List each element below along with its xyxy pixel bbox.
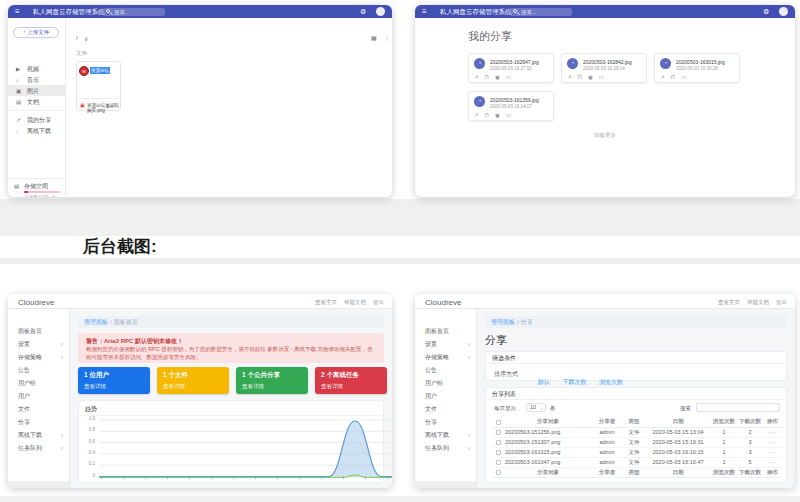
table-search-input[interactable] bbox=[696, 403, 780, 412]
sidebar-item-dashboard[interactable]: 面板首页 bbox=[415, 325, 477, 338]
cell-name[interactable]: 20200503-151307.png bbox=[505, 437, 591, 447]
sort-option-default[interactable]: 默认 bbox=[538, 379, 550, 385]
col-header-type[interactable]: 类型 bbox=[623, 417, 645, 427]
page-size-select[interactable]: 10 ∨ bbox=[526, 403, 546, 412]
gear-icon[interactable]: ⚙ bbox=[360, 8, 366, 16]
delete-icon[interactable]: ▭ bbox=[681, 74, 686, 80]
col-header-downloads[interactable]: 下载次数 bbox=[737, 417, 763, 427]
gear-icon[interactable]: ⚙ bbox=[763, 8, 769, 16]
row-checkbox[interactable] bbox=[496, 440, 501, 445]
hamburger-icon[interactable]: ≡ bbox=[15, 7, 20, 16]
more-options-icon[interactable]: ⋮ bbox=[384, 34, 390, 41]
lock-icon[interactable]: ⊓ bbox=[578, 74, 582, 80]
sidebar-item-announcement[interactable]: 公告 bbox=[8, 364, 70, 377]
row-checkbox[interactable] bbox=[496, 450, 501, 455]
cell-name[interactable]: 20200503-151256.png bbox=[505, 427, 591, 437]
sidebar-item-music[interactable]: ♪ 音乐 bbox=[8, 74, 66, 85]
row-actions-icon[interactable]: ··· bbox=[763, 427, 782, 437]
share-card[interactable]: ◔ 20200503-162647.jpg 2020-05-03 16:27:5… bbox=[468, 53, 554, 83]
sidebar-item-files[interactable]: 文件 bbox=[415, 403, 477, 416]
sidebar-item-storage-policy[interactable]: 存储策略∨ bbox=[415, 351, 477, 364]
stat-card-action[interactable]: 查看详情 bbox=[242, 383, 264, 390]
stat-card-users[interactable]: 1 位用户 查看详情 bbox=[78, 367, 150, 394]
sidebar-item-announcement[interactable]: 公告 bbox=[415, 364, 477, 377]
open-share-icon[interactable]: ↗ bbox=[567, 74, 572, 80]
delete-icon[interactable]: ▭ bbox=[506, 74, 511, 80]
upload-button[interactable]: ↑ 上传文件 bbox=[13, 27, 59, 38]
row-actions-icon[interactable]: ··· bbox=[763, 437, 782, 447]
stat-card-action[interactable]: 查看详情 bbox=[321, 383, 343, 390]
delete-icon[interactable]: ▭ bbox=[506, 112, 511, 118]
share-card[interactable]: ◔ 20200503-161359.jpg 2020-05-03 16:14:0… bbox=[468, 91, 554, 121]
lock-icon[interactable]: ⊓ bbox=[485, 74, 489, 80]
hamburger-icon[interactable]: ≡ bbox=[422, 7, 427, 16]
search-input[interactable]: 搜索... bbox=[510, 8, 572, 16]
search-input[interactable]: 搜索... bbox=[103, 8, 165, 16]
share-card[interactable]: ◔ 20200503-163015.jpg 2020-05-03 16:30:2… bbox=[654, 53, 740, 83]
views-icon[interactable]: ◉ bbox=[588, 74, 593, 80]
sidebar-item-storage-policy[interactable]: 存储策略∨ bbox=[8, 351, 70, 364]
breadcrumb-root[interactable]: / bbox=[76, 35, 78, 41]
delete-icon[interactable]: ▭ bbox=[599, 74, 604, 80]
link-logout[interactable]: 登出 bbox=[776, 299, 787, 306]
sidebar-item-user-groups[interactable]: 用户组 bbox=[8, 377, 70, 390]
row-checkbox[interactable] bbox=[496, 430, 501, 435]
load-more-button[interactable]: 加载更多 bbox=[415, 132, 795, 139]
sidebar-item-users[interactable]: 用户 bbox=[415, 390, 477, 403]
col-header-sharer[interactable]: 分享者 bbox=[591, 417, 623, 427]
col-header-name[interactable]: 分享对象 bbox=[505, 417, 591, 427]
sidebar-item-files[interactable]: 文件 bbox=[8, 403, 70, 416]
stat-card-offline-tasks[interactable]: 2 个离线任务 查看详情 bbox=[315, 367, 387, 394]
cell-name[interactable]: 20200503-161015.png bbox=[505, 447, 591, 457]
brand-logo[interactable]: Cloudreve bbox=[18, 298, 54, 307]
chevron-down-icon[interactable]: ∨ bbox=[84, 35, 88, 42]
stat-card-files[interactable]: 1 个文件 查看详情 bbox=[157, 367, 229, 394]
lock-icon[interactable]: ⊓ bbox=[485, 112, 489, 118]
sidebar-item-task-queue[interactable]: 任务队列∨ bbox=[8, 442, 70, 455]
sidebar-item-image[interactable]: ▣ 图片 bbox=[8, 85, 66, 96]
open-share-icon[interactable]: ↗ bbox=[474, 112, 479, 118]
sidebar-item-dashboard[interactable]: 面板首页 bbox=[8, 325, 70, 338]
views-icon[interactable]: ◉ bbox=[495, 74, 500, 80]
sidebar-item-shares[interactable]: 分享 bbox=[8, 416, 70, 429]
link-view-home[interactable]: 查看主页 bbox=[718, 299, 740, 306]
row-actions-icon[interactable]: ··· bbox=[763, 457, 782, 467]
brand-logo[interactable]: Cloudreve bbox=[425, 298, 461, 307]
avatar[interactable] bbox=[376, 7, 385, 16]
sidebar-item-users[interactable]: 用户 bbox=[8, 390, 70, 403]
stat-card-action[interactable]: 查看详情 bbox=[163, 383, 185, 390]
select-all-checkbox[interactable] bbox=[496, 420, 501, 425]
link-logout[interactable]: 登出 bbox=[373, 299, 384, 306]
sort-option-downloads[interactable]: 下载次数 bbox=[562, 379, 586, 385]
sidebar-item-task-queue[interactable]: 任务队列∨ bbox=[415, 442, 477, 455]
row-checkbox[interactable] bbox=[496, 460, 501, 465]
stat-card-shares[interactable]: 1 个公共分享 查看详情 bbox=[236, 367, 308, 394]
row-actions-icon[interactable]: ··· bbox=[763, 447, 782, 457]
sidebar-item-settings[interactable]: 设置∨ bbox=[8, 338, 70, 351]
cell-name[interactable]: 20200503-161047.png bbox=[505, 457, 591, 467]
sort-option-views[interactable]: 浏览次数 bbox=[599, 379, 623, 385]
views-icon[interactable]: ◉ bbox=[495, 112, 500, 118]
grid-view-icon[interactable]: ▦ bbox=[371, 34, 377, 41]
sidebar-item-video[interactable]: ▶ 视频 bbox=[8, 63, 66, 74]
file-card[interactable]: M 资源论坛 ▣ 资源论坛邀请码购买.png bbox=[76, 61, 121, 111]
link-help-docs[interactable]: 帮助文档 bbox=[747, 299, 769, 306]
select-all-checkbox[interactable] bbox=[496, 470, 501, 475]
sidebar-item-offline-download[interactable]: 离线下载∨ bbox=[415, 429, 477, 442]
share-card[interactable]: ◔ 20200503-162842.jpg 2020-05-03 16:29:1… bbox=[561, 53, 647, 83]
link-view-home[interactable]: 查看主页 bbox=[315, 299, 337, 306]
open-share-icon[interactable]: ↗ bbox=[474, 74, 479, 80]
col-header-views[interactable]: 浏览次数 bbox=[711, 417, 737, 427]
sidebar-item-settings[interactable]: 设置∨ bbox=[415, 338, 477, 351]
breadcrumb-section[interactable]: 管理面板 bbox=[491, 319, 515, 325]
sidebar-item-document[interactable]: ▤ 文档 bbox=[8, 96, 66, 107]
open-share-icon[interactable]: ↗ bbox=[660, 74, 665, 80]
lock-icon[interactable]: ⊓ bbox=[671, 74, 675, 80]
link-help-docs[interactable]: 帮助文档 bbox=[344, 299, 366, 306]
avatar[interactable] bbox=[779, 7, 788, 16]
sidebar-item-user-groups[interactable]: 用户组 bbox=[415, 377, 477, 390]
sidebar-item-offline-download[interactable]: 离线下载∨ bbox=[8, 429, 70, 442]
col-header-date[interactable]: 日期 bbox=[645, 417, 711, 427]
breadcrumb-section[interactable]: 管理面板 bbox=[84, 319, 108, 325]
stat-card-action[interactable]: 查看详情 bbox=[84, 383, 106, 390]
